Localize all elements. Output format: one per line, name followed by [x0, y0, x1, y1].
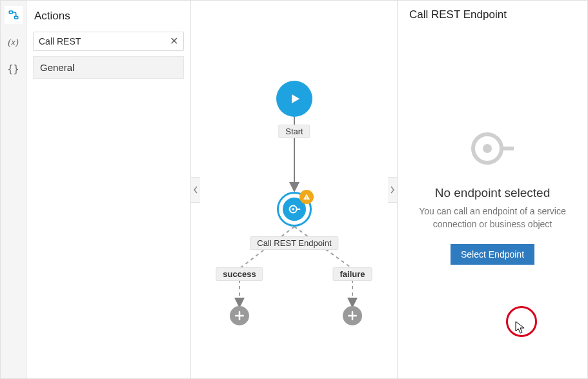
svg-point-6 [292, 208, 294, 210]
search-input-wrapper: ✕ [33, 32, 184, 51]
svg-rect-9 [307, 198, 307, 199]
svg-point-11 [483, 144, 492, 153]
play-icon [287, 91, 302, 107]
rail-variables-tab[interactable]: (x) [5, 33, 23, 51]
svg-rect-0 [9, 11, 12, 14]
rail-flow-tab[interactable] [5, 6, 23, 24]
warning-icon [303, 193, 310, 201]
variables-icon: (x) [8, 37, 19, 48]
outcome-failure-label: failure [332, 267, 372, 281]
collapse-left-handle[interactable] [191, 177, 200, 203]
rail-types-tab[interactable]: {} [5, 60, 23, 78]
endpoint-icon [287, 202, 301, 216]
left-rail: (x) {} [1, 1, 26, 378]
chevron-left-icon [193, 186, 198, 194]
actions-search-input[interactable] [39, 36, 170, 46]
warning-badge [299, 190, 314, 204]
chevron-right-icon [390, 186, 395, 194]
plus-icon [235, 311, 244, 320]
select-endpoint-button[interactable]: Select Endpoint [451, 244, 534, 265]
collapse-right-handle[interactable] [388, 177, 397, 203]
svg-rect-8 [307, 196, 307, 198]
outcome-success-label: success [216, 267, 263, 281]
plus-icon [348, 311, 357, 320]
empty-state-heading: No endpoint selected [435, 186, 551, 200]
call-rest-node[interactable] [277, 192, 312, 227]
start-node-label: Start [278, 125, 310, 138]
add-failure-action-button[interactable] [343, 306, 362, 325]
category-general[interactable]: General [33, 56, 184, 79]
types-icon: {} [7, 63, 19, 75]
actions-sidebar: Actions ✕ General [26, 1, 191, 378]
add-success-action-button[interactable] [230, 306, 249, 325]
flow-canvas[interactable]: Start Call REST Endpoint success failure [191, 1, 397, 378]
sidebar-title: Actions [34, 10, 184, 23]
empty-state-text: You can call an endpoint of a service co… [409, 205, 576, 230]
clear-search-icon[interactable]: ✕ [170, 36, 178, 46]
call-rest-node-label: Call REST Endpoint [250, 236, 338, 250]
svg-rect-1 [14, 16, 17, 19]
details-title: Call REST Endpoint [409, 8, 576, 21]
start-node[interactable] [276, 81, 312, 117]
endpoint-placeholder-icon [470, 131, 515, 168]
details-panel: Call REST Endpoint No endpoint selected … [397, 1, 587, 378]
flow-icon [8, 9, 19, 21]
